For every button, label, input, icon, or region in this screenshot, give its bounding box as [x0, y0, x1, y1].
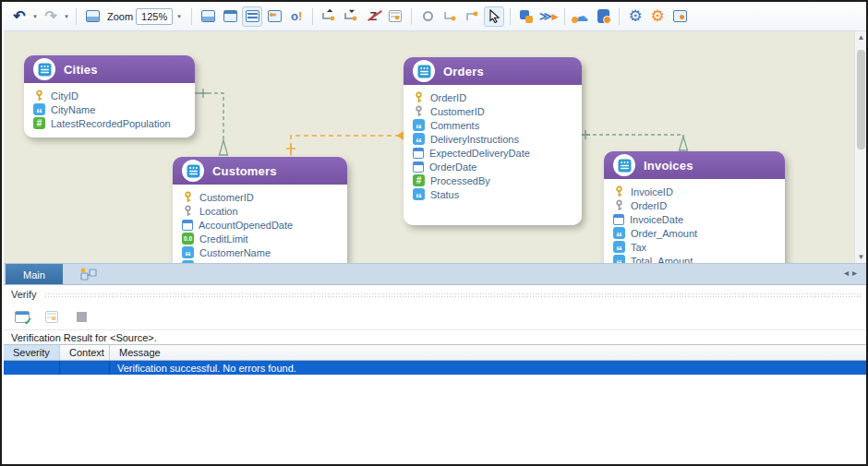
entity-cities-fields: CityID CityName LatestRecordedPopulation: [24, 83, 195, 137]
field-row[interactable]: Location: [182, 204, 338, 218]
redo-icon[interactable]: ↷: [41, 6, 61, 27]
table-icon: [413, 60, 435, 82]
field-row[interactable]: OrderID: [613, 198, 776, 212]
export-diagram-icon[interactable]: ≫▸: [538, 6, 559, 27]
tab-model[interactable]: [72, 266, 105, 284]
page-half-icon[interactable]: [198, 6, 218, 27]
text-icon: [33, 103, 45, 115]
field-row[interactable]: OrderID: [413, 90, 573, 104]
ellipse-tool-icon[interactable]: [417, 6, 438, 27]
verify-header: Verify: [4, 285, 868, 304]
settings-blue-gear-icon[interactable]: ⚙: [625, 6, 645, 27]
field-row[interactable]: OrderDate: [413, 160, 573, 173]
table-row[interactable]: Verification successful. No errors found…: [4, 361, 868, 375]
preview-window-icon[interactable]: [669, 6, 690, 27]
field-row[interactable]: ProcessedBy: [413, 173, 573, 187]
verification-table: Severity Context Message Verification su…: [4, 344, 868, 375]
undo-icon[interactable]: ↶: [9, 6, 30, 27]
field-name: ExpectedDeliveryDate: [429, 148, 530, 159]
field-row[interactable]: DeliveryInstructions: [413, 132, 573, 146]
column-header-message[interactable]: Message: [110, 345, 868, 360]
entity-customers[interactable]: Customers CustomerID Location AccountOpe…: [173, 157, 347, 263]
field-name: DeliveryInstructions: [430, 134, 519, 145]
field-name: InvoiceID: [631, 186, 673, 197]
entity-cities[interactable]: Cities CityID CityName LatestRecordedPop…: [24, 55, 195, 137]
verify-panel: Verify Verification Result for <Source>.…: [4, 284, 868, 466]
field-row[interactable]: CustomerName: [182, 245, 338, 259]
field-row[interactable]: CityName: [33, 102, 186, 116]
field-name: AccountOpenedDate: [199, 220, 293, 231]
connector-parent-icon[interactable]: [319, 6, 339, 27]
field-row[interactable]: ExpectedDeliveryDate: [413, 146, 573, 160]
fit-to-window-icon[interactable]: [82, 6, 102, 27]
text-icon: [182, 246, 194, 258]
field-row[interactable]: CreditLimit: [182, 232, 338, 245]
copy-results-icon[interactable]: [42, 307, 61, 326]
window-topbar-icon[interactable]: [220, 6, 240, 27]
connector-child-icon[interactable]: [341, 6, 361, 27]
run-verification-icon[interactable]: [13, 307, 31, 326]
decimal-icon: [182, 233, 194, 245]
database-badge-icon[interactable]: [593, 6, 613, 27]
validate-icon[interactable]: o!: [286, 6, 307, 27]
field-row[interactable]: Order_Amount: [613, 226, 776, 240]
cloud-sync-icon[interactable]: ☁: [571, 6, 591, 27]
field-row[interactable]: FaxNumber: [182, 259, 338, 263]
table-icon: [182, 160, 204, 182]
connector-tool2-icon[interactable]: [462, 6, 482, 27]
field-name: ProcessedBy: [430, 175, 490, 186]
entity-invoices[interactable]: Invoices InvoiceID OrderID InvoiceDate: [604, 151, 785, 263]
field-row[interactable]: InvoiceID: [613, 185, 776, 198]
field-row[interactable]: CustomerID: [413, 104, 573, 118]
undo-caret-icon[interactable]: ▾: [31, 13, 39, 20]
sample-format-icon[interactable]: [385, 6, 405, 27]
entity-invoices-fields: InvoiceID OrderID InvoiceDate Order_Amou…: [604, 179, 785, 263]
tab-scroll-arrows[interactable]: ◂▸: [844, 268, 861, 278]
column-header-context[interactable]: Context: [60, 345, 110, 360]
entity-customers-header[interactable]: Customers: [173, 157, 347, 185]
entity-orders-header[interactable]: Orders: [404, 57, 582, 85]
entity-orders[interactable]: Orders OrderID CustomerID Comments Deli: [404, 57, 582, 225]
window-rows-icon[interactable]: [242, 6, 262, 27]
key-gold-icon: [413, 91, 425, 103]
zoom-label: Zoom: [107, 11, 133, 22]
entity-invoices-header[interactable]: Invoices: [604, 151, 785, 179]
field-row[interactable]: CityID: [33, 89, 186, 102]
field-row[interactable]: Comments: [413, 118, 573, 132]
field-name: InvoiceDate: [630, 214, 683, 225]
key-gray-icon: [182, 205, 194, 217]
field-name: Comments: [430, 120, 479, 131]
key-gold-icon: [182, 191, 194, 203]
settings-orange-gear-icon[interactable]: ⚙: [647, 6, 668, 27]
field-row[interactable]: Status: [413, 187, 573, 201]
field-row[interactable]: LatestRecordedPopulation: [33, 116, 186, 130]
zoom-caret-icon[interactable]: ▾: [175, 13, 183, 20]
diagram-canvas[interactable]: Cities CityID CityName LatestRecordedPop…: [4, 31, 854, 263]
column-header-severity[interactable]: Severity: [4, 345, 60, 360]
redo-caret-icon[interactable]: ▾: [63, 13, 70, 20]
zoom-value-combo[interactable]: 125%: [136, 8, 173, 25]
pointer-tool-icon[interactable]: [484, 6, 504, 27]
scrollbar-thumb[interactable]: [857, 50, 865, 149]
no-autolayout-icon[interactable]: Z: [363, 6, 383, 27]
scroll-down-icon[interactable]: ▼: [855, 251, 867, 263]
connector-tool-icon[interactable]: [440, 6, 460, 27]
field-row[interactable]: Total_Amount: [613, 254, 776, 263]
field-row[interactable]: AccountOpenedDate: [182, 218, 338, 232]
stop-icon[interactable]: [72, 307, 90, 326]
app-window: ↶ ▾ ↷ ▾ Zoom 125% ▾ o! Z: [0, 0, 868, 466]
vertical-scrollbar[interactable]: ▲ ▼: [854, 31, 866, 263]
window-import-icon[interactable]: [264, 6, 284, 27]
field-row[interactable]: Tax: [613, 240, 776, 254]
field-row[interactable]: InvoiceDate: [613, 212, 776, 226]
field-name: CustomerName: [199, 247, 271, 258]
entity-cities-header[interactable]: Cities: [24, 55, 195, 83]
scroll-up-icon[interactable]: ▲: [855, 31, 867, 43]
copy-diagram-icon[interactable]: [516, 6, 536, 27]
text-icon: [613, 241, 625, 253]
field-row[interactable]: CustomerID: [182, 190, 338, 204]
field-name: Order_Amount: [631, 228, 697, 239]
tab-main[interactable]: Main: [6, 264, 63, 285]
field-name: CityID: [51, 90, 78, 102]
cell-message: Verification successful. No errors found…: [110, 361, 868, 375]
